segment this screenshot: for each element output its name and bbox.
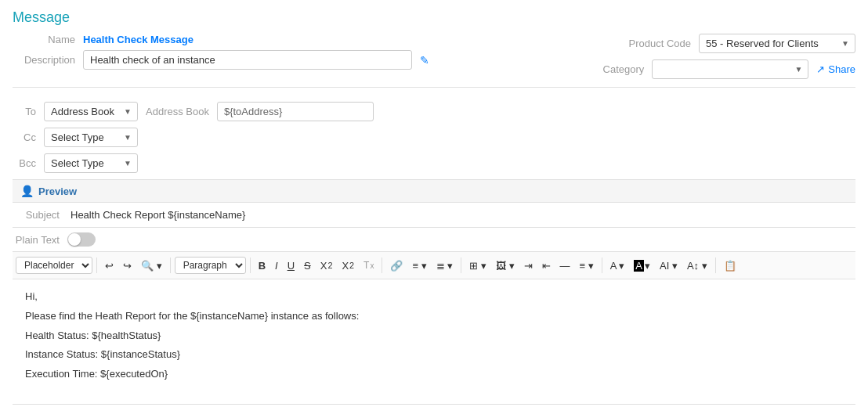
clear-format-button[interactable]: Tx — [360, 258, 378, 273]
ordered-list-button[interactable]: ≣ ▾ — [432, 258, 458, 274]
editor-line-3: Health Status: ${healthStatus} — [25, 328, 843, 344]
preview-icon: 👤 — [20, 185, 34, 197]
font-color-button[interactable]: A ▾ — [606, 258, 629, 274]
plain-text-label: Plain Text — [13, 234, 60, 246]
bold-button[interactable]: B — [255, 258, 269, 274]
name-row: Name Health Check Message — [13, 34, 429, 45]
to-address-label: Address Book — [146, 106, 209, 117]
toggle-knob — [68, 233, 81, 246]
share-icon: ↗ — [816, 63, 825, 75]
header-right: Product Code 55 - Reserved for Clients ▼… — [442, 34, 855, 79]
header-section: Name Health Check Message Description ✎ … — [13, 34, 855, 79]
product-code-label: Product Code — [628, 38, 691, 49]
cc-type-select[interactable]: Select Type — [44, 128, 138, 147]
paragraph-select[interactable]: Paragraph — [175, 257, 246, 274]
bcc-type-select-wrapper: Select Type ▼ — [44, 153, 138, 173]
image-button[interactable]: 🖼 ▾ — [492, 258, 519, 274]
bullet-list-button[interactable]: ≡ ▾ — [408, 258, 430, 274]
cc-label: Cc — [13, 131, 36, 143]
superscript-button[interactable]: X2 — [338, 258, 358, 274]
to-type-select[interactable]: Address Book — [44, 102, 138, 121]
category-row: Category ▼ ↗ Share — [442, 59, 855, 79]
editor-area[interactable]: Hi, Please find the Heath Report for the… — [13, 279, 855, 405]
description-row: Description ✎ — [13, 50, 429, 70]
category-label: Category — [581, 63, 644, 75]
indent-button[interactable]: ⇥ — [520, 258, 537, 274]
cc-row: Cc Select Type ▼ — [13, 124, 855, 150]
undo-button[interactable]: ↩ — [101, 258, 118, 274]
name-value[interactable]: Health Check Message — [83, 34, 193, 45]
plain-text-row: Plain Text — [13, 228, 855, 252]
table-button[interactable]: ⊞ ▾ — [465, 258, 490, 274]
page-title: Message — [13, 9, 855, 26]
product-code-select[interactable]: 55 - Reserved for Clients — [699, 34, 855, 53]
bg-color-button[interactable]: A ▾ — [630, 258, 654, 274]
source-button[interactable]: 📋 — [720, 258, 740, 274]
product-code-row: Product Code 55 - Reserved for Clients ▼ — [442, 34, 855, 53]
edit-icon[interactable]: ✎ — [420, 54, 429, 67]
to-address-input[interactable] — [217, 102, 374, 121]
share-label: Share — [828, 63, 855, 75]
editor-line-2: Please find the Heath Report for the ${i… — [25, 308, 843, 325]
message-page: Message Name Health Check Message Descri… — [0, 0, 868, 407]
toolbar-sep-1 — [96, 258, 97, 273]
italic-button[interactable]: I — [271, 258, 282, 274]
toolbar-sep-7 — [715, 258, 716, 273]
hr-button[interactable]: — — [556, 258, 574, 274]
subject-label: Subject — [13, 209, 60, 221]
name-label: Name — [13, 34, 75, 45]
subscript-button[interactable]: X2 — [316, 258, 337, 274]
product-code-select-wrapper: 55 - Reserved for Clients ▼ — [699, 34, 855, 53]
ai-button[interactable]: AI ▾ — [656, 258, 682, 274]
editor-toolbar: Placeholder ↩ ↪ 🔍 ▾ Paragraph B I U S X2… — [13, 252, 855, 279]
link-button[interactable]: 🔗 — [386, 258, 407, 274]
share-button[interactable]: ↗ Share — [816, 63, 855, 75]
toolbar-sep-3 — [250, 258, 251, 273]
bcc-row: Bcc Select Type ▼ — [13, 150, 855, 176]
editor-line-1: Hi, — [25, 289, 843, 305]
editor-line-4: Instance Status: ${instanceStatus} — [25, 347, 843, 363]
toolbar-sep-5 — [461, 258, 461, 273]
editor-line-5: Execution Time: ${executedOn} — [25, 366, 843, 383]
redo-button[interactable]: ↪ — [119, 258, 136, 274]
to-row: To Address Book ▼ Address Book — [13, 99, 855, 124]
placeholder-select[interactable]: Placeholder — [16, 257, 92, 274]
toolbar-sep-6 — [602, 258, 602, 273]
to-type-select-wrapper: Address Book ▼ — [44, 102, 138, 121]
align-button[interactable]: ≡ ▾ — [576, 258, 598, 274]
divider-1 — [13, 87, 855, 88]
subject-input[interactable] — [67, 207, 855, 222]
plain-text-toggle[interactable] — [67, 232, 96, 247]
subject-row: Subject — [13, 203, 855, 228]
preview-label[interactable]: Preview — [38, 185, 77, 197]
outdent-button[interactable]: ⇤ — [538, 258, 555, 274]
category-select-wrapper: ▼ — [652, 59, 808, 79]
strikethrough-button[interactable]: S — [300, 258, 315, 274]
font-size-button[interactable]: A↕ ▾ — [683, 258, 711, 274]
bcc-label: Bcc — [13, 157, 36, 169]
bcc-type-select[interactable]: Select Type — [44, 153, 138, 173]
header-left: Name Health Check Message Description ✎ — [13, 34, 429, 79]
description-input[interactable] — [83, 50, 412, 70]
cc-type-select-wrapper: Select Type ▼ — [44, 128, 138, 147]
to-label: To — [13, 106, 36, 117]
description-label: Description — [13, 54, 75, 66]
toolbar-sep-4 — [382, 258, 382, 273]
toolbar-sep-2 — [170, 258, 171, 273]
category-select[interactable] — [652, 59, 808, 79]
underline-button[interactable]: U — [284, 258, 298, 274]
search-replace-button[interactable]: 🔍 ▾ — [137, 258, 166, 274]
preview-bar: 👤 Preview — [13, 179, 855, 203]
recipients-section: To Address Book ▼ Address Book Cc Select… — [13, 94, 855, 179]
